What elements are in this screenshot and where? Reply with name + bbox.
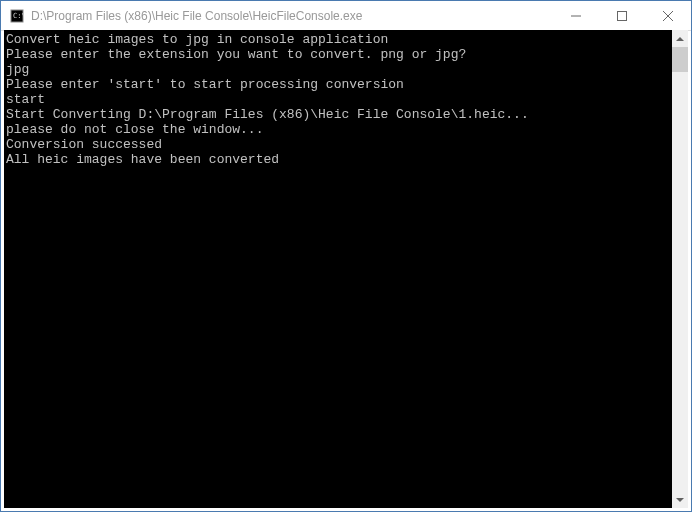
console-line: All heic images have been converted bbox=[6, 152, 670, 167]
svg-rect-3 bbox=[618, 11, 627, 20]
app-icon: C:\ bbox=[9, 8, 25, 24]
scrollbar-track[interactable] bbox=[672, 47, 688, 491]
console-line: Start Converting D:\Program Files (x86)\… bbox=[6, 107, 670, 122]
scroll-up-button[interactable] bbox=[672, 30, 688, 47]
scroll-down-button[interactable] bbox=[672, 491, 688, 508]
window-controls bbox=[553, 1, 691, 30]
titlebar[interactable]: C:\ D:\Program Files (x86)\Heic File Con… bbox=[1, 1, 691, 31]
console-line: jpg bbox=[6, 62, 670, 77]
svg-marker-7 bbox=[676, 498, 684, 502]
window-title: D:\Program Files (x86)\Heic File Console… bbox=[31, 9, 553, 23]
console-line: Conversion successed bbox=[6, 137, 670, 152]
console-output[interactable]: Convert heic images to jpg in console ap… bbox=[4, 30, 672, 508]
scrollbar-thumb[interactable] bbox=[672, 47, 688, 72]
svg-text:C:\: C:\ bbox=[13, 12, 24, 20]
console-line: Please enter the extension you want to c… bbox=[6, 47, 670, 62]
maximize-button[interactable] bbox=[599, 1, 645, 30]
vertical-scrollbar[interactable] bbox=[672, 30, 688, 508]
console-line: please do not close the window... bbox=[6, 122, 670, 137]
minimize-button[interactable] bbox=[553, 1, 599, 30]
console-line: start bbox=[6, 92, 670, 107]
console-line: Please enter 'start' to start processing… bbox=[6, 77, 670, 92]
console-line: Convert heic images to jpg in console ap… bbox=[6, 32, 670, 47]
svg-marker-6 bbox=[676, 37, 684, 41]
close-button[interactable] bbox=[645, 1, 691, 30]
